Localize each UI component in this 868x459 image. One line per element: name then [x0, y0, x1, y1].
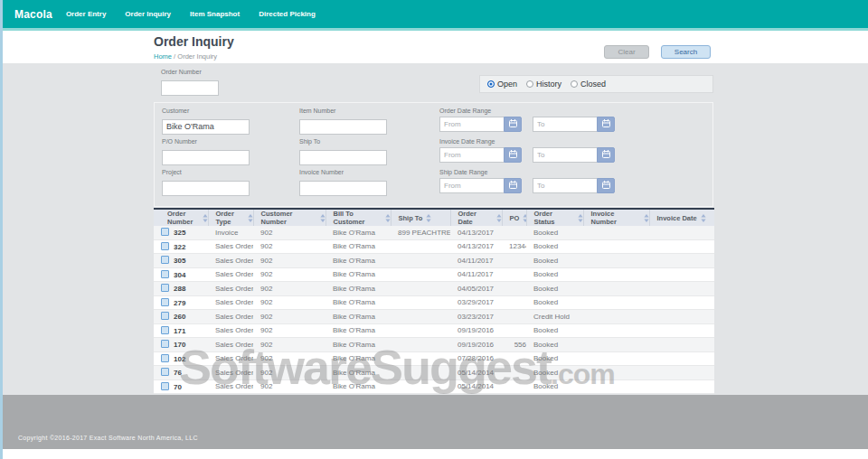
column-header-label: Bill To Customer: [334, 210, 382, 226]
order-detail-icon[interactable]: [161, 368, 169, 376]
radio-option-open[interactable]: Open: [487, 80, 517, 89]
order-date-range-from-input[interactable]: [439, 117, 504, 132]
ship-date-range-inputs: [439, 178, 712, 193]
order-date-range-from-pair: [439, 117, 522, 132]
orders-table: Order NumberOrder TypeCustomer NumberBil…: [154, 208, 714, 394]
ship-date-range-from-input[interactable]: [439, 178, 504, 193]
nav-item-order-inquiry[interactable]: Order Inquiry: [125, 10, 171, 18]
radio-option-history[interactable]: History: [526, 80, 561, 89]
clear-button[interactable]: Clear: [604, 45, 649, 59]
column-header-invoice-date[interactable]: Invoice Date: [649, 209, 714, 226]
calendar-button[interactable]: [504, 117, 522, 132]
cell-po: [502, 351, 526, 366]
order-date-range-to-input[interactable]: [533, 117, 597, 132]
column-header-order-number[interactable]: Order Number: [154, 209, 208, 226]
nav-item-item-snapshot[interactable]: Item Snapshot: [190, 10, 240, 18]
order-number-input[interactable]: [161, 80, 219, 96]
cell-ship-to: [391, 267, 450, 282]
order-detail-icon[interactable]: [161, 340, 169, 348]
customer-field-group: Customer: [162, 108, 299, 138]
invoice-number-input[interactable]: [299, 181, 387, 196]
cell-order-date: 09/19/2016: [450, 338, 502, 352]
order-detail-icon[interactable]: [161, 270, 169, 278]
invoice-number-field-group: Invoice Number: [299, 169, 439, 200]
project-input[interactable]: [162, 181, 250, 196]
calendar-button[interactable]: [597, 178, 615, 193]
table-row[interactable]: 279Sales Order902Bike O'Rama03/29/2017Bo…: [154, 295, 714, 310]
column-header-invoice-number[interactable]: Invoice Number: [583, 209, 649, 226]
column-header-ship-to[interactable]: Ship To: [391, 209, 450, 226]
column-header-customer-number[interactable]: Customer Number: [253, 209, 326, 226]
column-header-label: Invoice Number: [591, 210, 640, 226]
column-header-order-status[interactable]: Order Status: [526, 209, 583, 226]
order-date-range-field-group: Order Date Range: [439, 108, 712, 138]
breadcrumb-home-link[interactable]: Home: [154, 52, 172, 61]
order-detail-icon[interactable]: [161, 382, 169, 390]
order-detail-icon[interactable]: [161, 242, 169, 250]
order-detail-icon[interactable]: [161, 256, 169, 264]
cell-order-date: 04/13/2017: [450, 239, 502, 254]
cell-customer-number: 902: [253, 351, 326, 366]
column-header-bill-to-customer[interactable]: Bill To Customer: [326, 209, 391, 226]
cell-ship-to: [391, 282, 450, 296]
cell-order-type: Sales Order: [208, 351, 253, 366]
table-row[interactable]: 171Sales Order902Bike O'Rama09/19/2016Bo…: [154, 323, 714, 338]
calendar-icon: [508, 148, 518, 162]
order-detail-icon[interactable]: [161, 326, 169, 334]
table-row[interactable]: 170Sales Order902Bike O'Rama09/19/201655…: [154, 338, 714, 352]
cell-invoice-date: [649, 267, 714, 282]
cell-ship-to: [391, 310, 450, 324]
column-header-label: Order Number: [167, 210, 199, 226]
calendar-button[interactable]: [597, 147, 615, 163]
column-header-order-date[interactable]: Order Date: [450, 209, 502, 226]
table-body: 325Invoice902Bike O'Rama899 PEACHTREE04/…: [154, 226, 714, 394]
cell-customer-number: 902: [253, 323, 326, 338]
cell-order-status: Booked: [526, 267, 583, 282]
order-date-range-to-pair: [533, 117, 615, 132]
invoice-date-range-label: Invoice Date Range: [439, 138, 712, 145]
calendar-button[interactable]: [597, 117, 615, 132]
cell-customer-number: 902: [253, 310, 326, 324]
column-header-po[interactable]: PO: [502, 209, 526, 226]
table-row[interactable]: 70Sales Order902Bike O'Rama05/14/2014Boo…: [154, 379, 714, 394]
table-row[interactable]: 322Sales Order902Bike O'Rama04/13/201712…: [154, 239, 714, 254]
table-row[interactable]: 325Invoice902Bike O'Rama899 PEACHTREE04/…: [154, 226, 714, 239]
order-number-text: 260: [174, 313, 185, 321]
order-detail-icon[interactable]: [161, 284, 169, 292]
item-number-input[interactable]: [299, 119, 387, 135]
radio-option-closed[interactable]: Closed: [571, 80, 606, 89]
order-number-label: Order Number: [161, 69, 219, 75]
calendar-button[interactable]: [504, 178, 522, 193]
order-detail-icon[interactable]: [161, 298, 169, 306]
item-number-field-group: Item Number: [299, 108, 439, 138]
search-button[interactable]: Search: [661, 45, 711, 59]
page-footer: Copyright ©2016-2017 Exact Software Nort…: [0, 395, 868, 449]
table-row[interactable]: 76Sales Order902Bike O'Rama05/14/2014Boo…: [154, 366, 714, 380]
cell-invoice-date: [649, 366, 714, 380]
nav-item-directed-picking[interactable]: Directed Picking: [259, 10, 316, 18]
nav-item-order-entry[interactable]: Order Entry: [66, 10, 106, 18]
table-row[interactable]: 102Sales Order902Bike O'Rama07/28/2016Bo…: [154, 351, 714, 366]
cell-order-type: Sales Order: [208, 282, 253, 296]
table-row[interactable]: 260Sales Order902Bike O'Rama03/23/2017Cr…: [154, 310, 714, 324]
customer-input[interactable]: [162, 119, 250, 135]
calendar-icon: [508, 179, 518, 192]
invoice-date-range-to-input[interactable]: [533, 147, 597, 163]
table-row[interactable]: 288Sales Order902Bike O'Rama04/05/2017Bo…: [154, 282, 714, 296]
order-detail-icon[interactable]: [161, 228, 169, 236]
brand-logo[interactable]: Macola: [14, 8, 52, 21]
cell-invoice-date: [649, 323, 714, 338]
order-detail-icon[interactable]: [161, 312, 169, 320]
item-number-label: Item Number: [299, 108, 439, 114]
table-row[interactable]: 304Sales Order902Bike O'Rama04/11/2017Bo…: [154, 267, 714, 282]
column-header-order-type[interactable]: Order Type: [208, 209, 253, 226]
order-detail-icon[interactable]: [161, 354, 169, 362]
invoice-date-range-from-input[interactable]: [439, 147, 504, 163]
table-row[interactable]: 305Sales Order902Bike O'Rama04/11/2017Bo…: [154, 254, 714, 268]
p-o-number-label: P/O Number: [162, 138, 299, 145]
ship-date-range-to-input[interactable]: [533, 178, 597, 193]
cell-order-number: 279: [154, 295, 208, 310]
calendar-button[interactable]: [504, 147, 522, 163]
p-o-number-input[interactable]: [162, 150, 250, 165]
ship-to-input[interactable]: [299, 150, 387, 165]
